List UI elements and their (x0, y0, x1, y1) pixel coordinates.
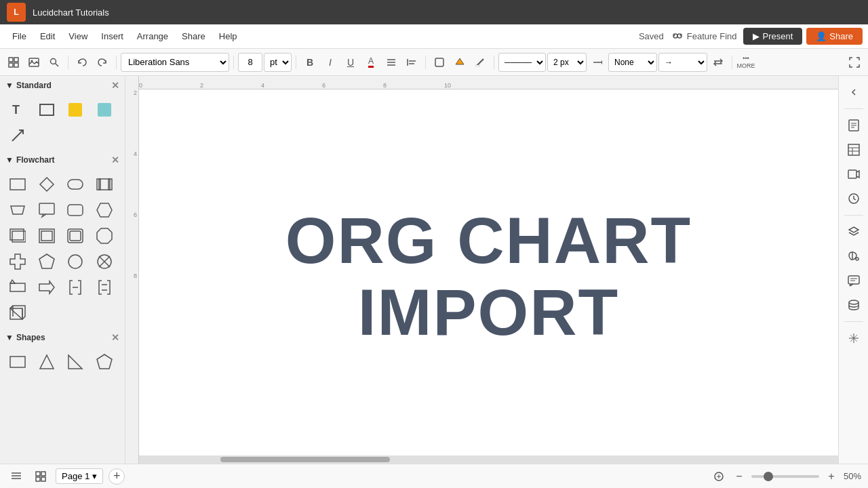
italic-button[interactable]: I (321, 53, 340, 72)
menu-file[interactable]: File (5, 28, 33, 44)
more-button[interactable]: ••• MORE (736, 53, 755, 72)
right-layers-icon[interactable] (843, 221, 865, 243)
fc-arrow-shape[interactable] (35, 275, 59, 300)
fullscreen-button[interactable] (845, 53, 864, 72)
shapes-panel-button[interactable] (4, 53, 23, 72)
fc-stadium[interactable] (63, 172, 87, 197)
standard-panel-close[interactable]: ✕ (111, 80, 119, 91)
fc-inner-rect[interactable] (35, 224, 59, 248)
sticky-note-green[interactable] (92, 98, 117, 122)
horizontal-ruler: 0 2 4 6 8 10 (139, 76, 838, 89)
shape-style-button[interactable] (430, 53, 449, 72)
flowchart-panel-close[interactable]: ✕ (111, 155, 119, 165)
search-button[interactable] (45, 53, 64, 72)
right-collapse-button[interactable] (843, 81, 865, 103)
sticky-note-yellow[interactable] (63, 98, 87, 122)
canvas-main-text: ORG CHARTIMPORT (285, 205, 692, 348)
s-pentagon2[interactable] (92, 350, 117, 374)
s-right-triangle[interactable] (63, 350, 87, 374)
menu-view[interactable]: View (62, 28, 94, 44)
flowchart-panel-header[interactable]: ▼ Flowchart ✕ (0, 150, 125, 169)
right-table-icon[interactable] (843, 139, 865, 161)
arrow-tool[interactable] (5, 123, 30, 148)
fc-callout[interactable] (35, 198, 59, 222)
present-button[interactable]: ▶ Present (743, 28, 802, 45)
fit-page-button[interactable] (711, 468, 727, 485)
arrow-end-select[interactable]: → (658, 53, 707, 72)
menu-help[interactable]: Help (212, 28, 244, 44)
shapes-panel-close[interactable]: ✕ (111, 332, 119, 343)
zoom-slider[interactable] (751, 475, 819, 478)
grid-view-button[interactable] (31, 467, 50, 486)
standard-panel-header[interactable]: ▼ Standard ✕ (0, 76, 125, 95)
fc-rounded-rect[interactable] (63, 198, 87, 222)
add-page-button[interactable]: + (108, 468, 125, 485)
fc-rounded-inner[interactable] (63, 224, 87, 248)
right-sparkle-icon[interactable] (843, 327, 865, 349)
right-clock-icon[interactable] (843, 188, 865, 209)
line-color-button[interactable] (471, 53, 490, 72)
zoom-in-button[interactable]: + (823, 468, 840, 485)
align-button[interactable] (382, 53, 401, 72)
fc-decision[interactable] (35, 172, 59, 197)
right-database-icon[interactable] (843, 294, 865, 316)
canvas-page[interactable]: ORG CHARTIMPORT (139, 89, 838, 464)
standard-panel-label: Standard (16, 81, 52, 90)
s-triangle[interactable] (35, 350, 59, 374)
fc-cross[interactable] (5, 249, 30, 274)
font-color-button[interactable]: A (361, 53, 380, 72)
underline-button[interactable]: U (341, 53, 360, 72)
fc-circle[interactable] (63, 249, 87, 274)
fc-hexagon[interactable] (92, 198, 117, 222)
line-style-select[interactable]: ────── (498, 53, 546, 72)
bold-button[interactable]: B (300, 53, 319, 72)
text-tool[interactable]: T (5, 98, 30, 122)
fc-equals-bracket[interactable] (92, 275, 117, 300)
right-comment-icon[interactable] (843, 270, 865, 291)
page-selector[interactable]: Page 1 ▾ (56, 468, 103, 484)
fc-double-rect[interactable] (5, 224, 30, 248)
fc-x-circle[interactable] (92, 249, 117, 274)
fc-rect-3d[interactable] (5, 301, 30, 325)
canvas-area[interactable]: 0 2 4 6 8 10 2 4 6 8 ORG CHARTIMPORT (125, 76, 838, 464)
line-width-select[interactable]: 2 px (547, 53, 587, 72)
fc-octagon[interactable] (92, 224, 117, 248)
svg-rect-31 (98, 103, 111, 117)
font-size-unit-select[interactable]: pt (264, 53, 292, 72)
svg-marker-39 (11, 206, 24, 214)
menu-edit[interactable]: Edit (33, 28, 62, 44)
font-family-select[interactable]: Liberation Sans (121, 53, 229, 72)
scrollbar-thumb[interactable] (220, 457, 390, 462)
image-button[interactable] (24, 53, 43, 72)
text-align-button[interactable] (402, 53, 421, 72)
fc-irregular1[interactable] (5, 275, 30, 300)
s-rect[interactable] (5, 350, 30, 374)
shapes-panel-header[interactable]: ▼ Shapes ✕ (0, 328, 125, 347)
arrow-start-select[interactable]: None (608, 53, 657, 72)
right-video-icon[interactable] (843, 163, 865, 185)
rectangle-shape[interactable] (35, 98, 59, 122)
share-button[interactable]: 👤 Share (806, 28, 863, 45)
horizontal-scrollbar[interactable] (139, 455, 838, 464)
svg-marker-81 (849, 227, 859, 232)
font-size-input[interactable] (238, 53, 262, 72)
svg-rect-23 (475, 65, 479, 67)
feature-find-button[interactable]: Feature Find (672, 31, 737, 42)
fc-trapezoid[interactable] (5, 198, 30, 222)
fill-color-button[interactable] (450, 53, 469, 72)
redo-button[interactable] (93, 53, 112, 72)
fc-sub-process[interactable] (92, 172, 117, 197)
arrow-style-button[interactable] (588, 53, 607, 72)
right-fill-icon[interactable] (843, 245, 865, 267)
fc-bracket[interactable] (63, 275, 87, 300)
menu-insert[interactable]: Insert (94, 28, 130, 44)
right-page-icon[interactable] (843, 115, 865, 136)
menu-arrange[interactable]: Arrange (130, 28, 175, 44)
list-view-button[interactable] (7, 467, 26, 486)
fc-pentagon[interactable] (35, 249, 59, 274)
fc-process[interactable] (5, 172, 30, 197)
zoom-out-button[interactable]: − (731, 468, 747, 485)
undo-button[interactable] (73, 53, 92, 72)
swap-arrows-button[interactable] (709, 53, 728, 72)
menu-share[interactable]: Share (175, 28, 212, 44)
